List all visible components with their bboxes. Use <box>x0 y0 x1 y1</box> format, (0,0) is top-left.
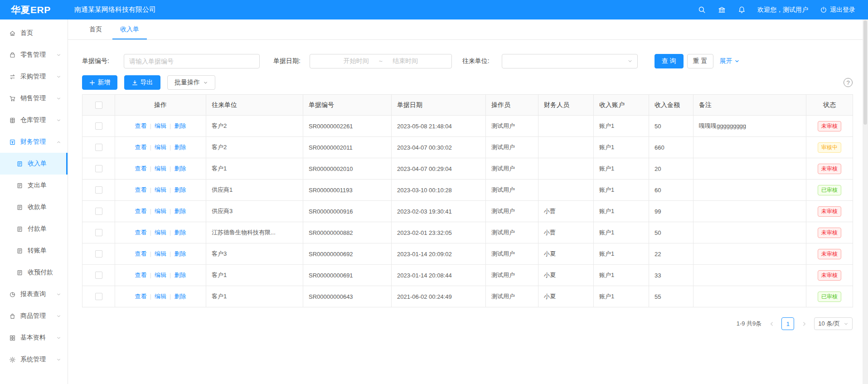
bell-icon[interactable] <box>737 6 746 14</box>
sidebar-item-5[interactable]: 财务管理 <box>0 131 68 153</box>
row-checkbox[interactable] <box>95 144 102 151</box>
row-checkbox[interactable] <box>95 186 102 194</box>
sidebar-item-8[interactable]: 收款单 <box>0 196 68 218</box>
cell-finance-staff <box>538 180 594 201</box>
bill-no-input[interactable] <box>124 54 260 68</box>
sidebar-item-4[interactable]: 仓库管理 <box>0 109 68 131</box>
sidebar-item-label: 基本资料 <box>20 334 46 342</box>
sidebar-item-0[interactable]: 首页 <box>0 22 68 44</box>
delete-link[interactable]: 删除 <box>174 144 186 151</box>
search-button[interactable]: 查 询 <box>655 54 684 68</box>
sidebar-item-7[interactable]: 支出单 <box>0 175 68 196</box>
expand-link[interactable]: 展开 <box>720 57 740 65</box>
help-icon[interactable]: ? <box>844 78 853 87</box>
row-checkbox-cell <box>82 116 115 137</box>
page-number-button[interactable]: 1 <box>781 317 794 330</box>
cell-operator: 测试用户 <box>486 286 538 307</box>
delete-link[interactable]: 删除 <box>174 208 186 214</box>
toolbar: 新增 导出 批量操作 ? <box>82 75 853 90</box>
edit-link[interactable]: 编辑 <box>155 229 166 236</box>
row-checkbox[interactable] <box>95 208 102 215</box>
column-header-2: 单据编号 <box>303 95 392 116</box>
sidebar-item-12[interactable]: 报表查询 <box>0 283 68 305</box>
cell-partner: 供应商3 <box>206 201 303 222</box>
logout-button[interactable]: 退出登录 <box>820 6 855 14</box>
document-icon <box>16 204 24 211</box>
row-checkbox-cell <box>82 201 115 222</box>
logout-label: 退出登录 <box>830 6 855 14</box>
table-row: 查看|编辑|删除供应商1SR000000011932023-03-10 00:1… <box>82 180 853 201</box>
edit-link[interactable]: 编辑 <box>155 165 166 172</box>
cell-partner: 客户1 <box>206 286 303 307</box>
view-link[interactable]: 查看 <box>135 272 147 278</box>
cell-operator: 测试用户 <box>486 243 538 265</box>
cell-amount: 60 <box>649 180 693 201</box>
view-link[interactable]: 查看 <box>135 293 147 300</box>
link-separator: | <box>150 122 151 129</box>
edit-link[interactable]: 编辑 <box>155 186 166 193</box>
view-link[interactable]: 查看 <box>135 144 147 151</box>
search-icon[interactable] <box>698 6 706 14</box>
view-link[interactable]: 查看 <box>135 229 147 236</box>
view-link[interactable]: 查看 <box>135 186 147 193</box>
sidebar-item-2[interactable]: 采购管理 <box>0 66 68 87</box>
basic-grid-icon <box>9 334 16 341</box>
sidebar-item-label: 首页 <box>20 29 33 37</box>
row-checkbox[interactable] <box>95 229 102 236</box>
row-checkbox[interactable] <box>95 293 102 300</box>
sidebar-item-11[interactable]: 收预付款 <box>0 262 68 283</box>
sidebar-item-1[interactable]: 零售管理 <box>0 44 68 66</box>
sidebar-item-6[interactable]: 收入单 <box>0 153 68 175</box>
delete-link[interactable]: 删除 <box>174 122 186 129</box>
edit-link[interactable]: 编辑 <box>155 293 166 300</box>
document-icon <box>16 225 24 233</box>
edit-link[interactable]: 编辑 <box>155 208 166 214</box>
batch-actions-button[interactable]: 批量操作 <box>167 75 215 90</box>
edit-link[interactable]: 编辑 <box>155 272 166 278</box>
edit-link[interactable]: 编辑 <box>155 250 166 257</box>
edit-link[interactable]: 编辑 <box>155 144 166 151</box>
view-link[interactable]: 查看 <box>135 208 147 214</box>
view-link[interactable]: 查看 <box>135 122 147 129</box>
sidebar-item-10[interactable]: 转账单 <box>0 240 68 262</box>
delete-link[interactable]: 删除 <box>174 229 186 236</box>
delete-link[interactable]: 删除 <box>174 165 186 172</box>
view-link[interactable]: 查看 <box>135 250 147 257</box>
sidebar-item-9[interactable]: 付款单 <box>0 218 68 240</box>
row-checkbox-cell <box>82 286 115 307</box>
tab-1[interactable]: 收入单 <box>112 19 147 39</box>
sidebar-item-13[interactable]: 商品管理 <box>0 305 68 327</box>
page-size-select[interactable]: 10 条/页 <box>814 317 853 330</box>
delete-link[interactable]: 删除 <box>174 250 186 257</box>
view-link[interactable]: 查看 <box>135 165 147 172</box>
delete-link[interactable]: 删除 <box>174 186 186 193</box>
row-checkbox[interactable] <box>95 122 102 130</box>
partner-select[interactable] <box>502 54 638 68</box>
next-page-icon[interactable] <box>798 317 810 330</box>
delete-link[interactable]: 删除 <box>174 293 186 300</box>
row-checkbox[interactable] <box>95 165 102 172</box>
scrollbar-thumb[interactable] <box>863 20 867 125</box>
bank-icon[interactable] <box>718 6 726 14</box>
row-checkbox[interactable] <box>95 272 102 279</box>
link-separator: | <box>150 250 151 257</box>
export-button[interactable]: 导出 <box>124 75 160 90</box>
reset-button[interactable]: 重 置 <box>687 54 713 68</box>
add-button[interactable]: 新增 <box>82 75 117 90</box>
income-table-wrap: 操作往来单位单据编号单据日期操作员财务人员收入账户收入金额备注状态 查看|编辑|… <box>82 94 853 307</box>
chevron-down-icon <box>56 357 61 362</box>
select-all-checkbox[interactable] <box>95 102 102 109</box>
row-checkbox[interactable] <box>95 250 102 258</box>
delete-link[interactable]: 删除 <box>174 272 186 278</box>
link-separator: | <box>150 272 151 278</box>
date-range-input[interactable]: 开始时间 ~ 结束时间 <box>310 54 452 68</box>
edit-link[interactable]: 编辑 <box>155 122 166 129</box>
window-scrollbar[interactable] <box>863 19 868 384</box>
sidebar-item-14[interactable]: 基本资料 <box>0 327 68 349</box>
prev-page-icon[interactable] <box>765 317 778 330</box>
row-actions: 查看|编辑|删除 <box>115 201 206 222</box>
cell-remark <box>693 286 806 307</box>
tab-0[interactable]: 首页 <box>82 19 110 39</box>
sidebar-item-15[interactable]: 系统管理 <box>0 349 68 370</box>
sidebar-item-3[interactable]: 销售管理 <box>0 87 68 109</box>
